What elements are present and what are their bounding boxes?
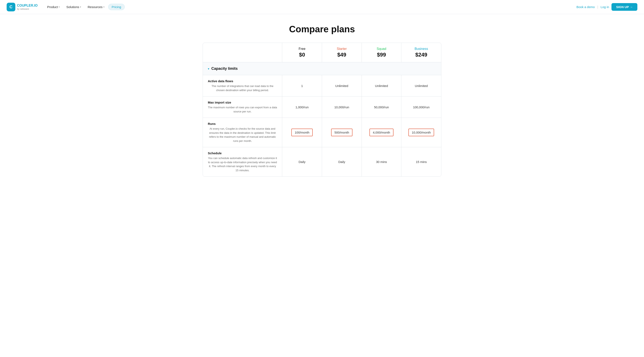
chevron-down-icon: ▾ — [104, 6, 104, 8]
feature-row: Schedule You can schedule automatic data… — [203, 147, 441, 176]
nav-product[interactable]: Product ▾ — [44, 3, 63, 10]
feature-value-cell: 100,000/run — [401, 96, 441, 118]
plan-price-squad: $99 — [365, 51, 398, 58]
feature-value-cell: 15 mins — [401, 147, 441, 176]
feature-value-cell: 100/month — [282, 118, 322, 147]
logo[interactable]: C COUPLER.IO by railsware — [7, 3, 38, 11]
feature-value-cell: 1 — [282, 75, 322, 96]
feature-value-cell: Daily — [282, 147, 322, 176]
highlighted-value: 100/month — [291, 129, 313, 136]
plan-price-starter: $49 — [325, 51, 358, 58]
plan-price-free: $0 — [286, 51, 318, 58]
feature-rows: Active data flows The number of integrat… — [203, 75, 441, 176]
nav-solutions[interactable]: Solutions ▾ — [64, 3, 84, 10]
section-capacity-header[interactable]: ▾ Capacity limits — [203, 62, 441, 75]
highlighted-value: 4,000/month — [370, 129, 393, 136]
feature-desc-cell: Max import size The maximum number of ro… — [203, 96, 282, 118]
feature-name: Active data flows — [208, 79, 233, 83]
feature-sub: You can schedule automatic data refresh … — [208, 156, 277, 172]
plan-name-squad: Squad — [365, 47, 398, 51]
feature-value-cell: 4,000/month — [362, 118, 402, 147]
feature-sub: The maximum number of rows you can expor… — [208, 105, 277, 113]
feature-sub: At every run, Coupler.io checks for the … — [208, 127, 277, 143]
feature-name: Runs — [208, 122, 216, 125]
plan-name-starter: Starter — [325, 47, 358, 51]
compare-table: Free $0 Starter $49 Squad $99 Business $… — [203, 43, 441, 177]
feature-desc-cell: Runs At every run, Coupler.io checks for… — [203, 118, 282, 147]
feature-row: Active data flows The number of integrat… — [203, 75, 441, 96]
brand-sub: by railsware — [17, 8, 38, 10]
feature-value-cell: 30 mins — [362, 147, 402, 176]
highlighted-value: 10,000/month — [408, 129, 434, 136]
nav-divider: | — [597, 5, 598, 9]
feature-value-cell: Unlimited — [401, 75, 441, 96]
plan-header-empty — [203, 43, 282, 62]
plan-header-squad: Squad $99 — [362, 43, 402, 62]
book-demo-link[interactable]: Book a demo — [576, 5, 595, 9]
logo-icon: C — [7, 3, 15, 11]
plan-price-business: $249 — [405, 51, 438, 58]
plan-name-business: Business — [405, 47, 438, 51]
feature-value-cell: 10,000/month — [401, 118, 441, 147]
main-content: Compare plans Free $0 Starter $49 Squad … — [198, 14, 446, 193]
feature-value-cell: Daily — [322, 147, 362, 176]
plan-header-starter: Starter $49 — [322, 43, 362, 62]
feature-name: Schedule — [208, 151, 222, 155]
feature-value-cell: 50,000/run — [362, 96, 402, 118]
feature-row: Max import size The maximum number of ro… — [203, 96, 441, 118]
feature-name: Max import size — [208, 101, 231, 104]
feature-value-cell: 10,000/run — [322, 96, 362, 118]
nav-links: Product ▾ Solutions ▾ Resources ▾ Pricin… — [44, 3, 576, 10]
feature-desc-cell: Active data flows The number of integrat… — [203, 75, 282, 96]
page-title: Compare plans — [203, 24, 441, 34]
feature-sub: The number of integrations that can load… — [208, 84, 277, 92]
feature-row: Runs At every run, Coupler.io checks for… — [203, 118, 441, 147]
nav-resources[interactable]: Resources ▾ — [85, 3, 107, 10]
feature-desc-cell: Schedule You can schedule automatic data… — [203, 147, 282, 176]
plan-header-row: Free $0 Starter $49 Squad $99 Business $… — [203, 43, 441, 62]
login-link[interactable]: Log in — [601, 5, 609, 9]
feature-value-cell: 1,000/run — [282, 96, 322, 118]
brand-name: COUPLER.IO — [17, 3, 38, 7]
plan-name-free: Free — [286, 47, 318, 51]
feature-value-cell: Unlimited — [362, 75, 402, 96]
chevron-down-icon: ▾ — [59, 6, 60, 8]
chevron-down-icon: ▾ — [80, 6, 81, 8]
chevron-down-icon: ▾ — [208, 67, 209, 70]
nav-pricing[interactable]: Pricing — [108, 4, 125, 10]
feature-value-cell: 500/month — [322, 118, 362, 147]
highlighted-value: 500/month — [331, 129, 352, 136]
plan-header-free: Free $0 — [282, 43, 322, 62]
navbar: C COUPLER.IO by railsware Product ▾ Solu… — [0, 0, 644, 14]
plan-header-business: Business $249 — [401, 43, 441, 62]
nav-right: Book a demo | Log in SIGN UP → — [576, 3, 637, 11]
section-title-capacity: Capacity limits — [211, 66, 238, 71]
signup-button[interactable]: SIGN UP → — [612, 3, 637, 11]
feature-value-cell: Unlimited — [322, 75, 362, 96]
